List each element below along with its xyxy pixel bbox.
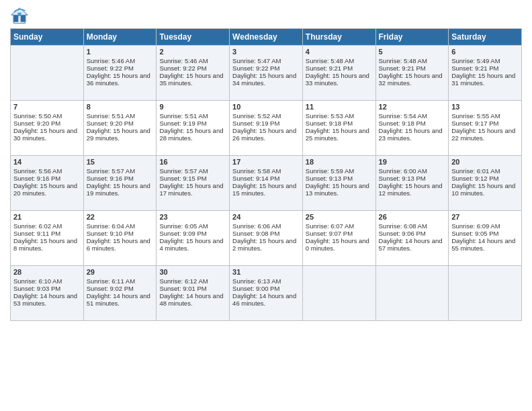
calendar: SundayMondayTuesdayWednesdayThursdayFrid… (10, 28, 522, 321)
calendar-cell: 1 Sunrise: 5:46 AM Sunset: 9:22 PM Dayli… (83, 46, 157, 101)
calendar-day-header: Sunday (11, 29, 84, 46)
sunrise-label: Sunrise: 6:07 AM (306, 222, 354, 230)
sunrise-label: Sunrise: 5:48 AM (379, 57, 427, 64)
day-number: 18 (306, 158, 373, 166)
calendar-cell (302, 266, 375, 321)
sunrise-label: Sunrise: 5:51 AM (159, 112, 208, 120)
day-number: 30 (159, 268, 226, 276)
day-number: 19 (379, 158, 446, 166)
sunrise-label: Sunrise: 6:00 AM (379, 167, 427, 175)
calendar-cell: 22 Sunrise: 6:04 AM Sunset: 9:10 PM Dayl… (83, 211, 157, 266)
calendar-day-header: Wednesday (230, 29, 303, 46)
daylight-label: Daylight: 14 hours and 55 minutes. (451, 237, 515, 252)
sunrise-label: Sunrise: 6:01 AM (451, 167, 500, 175)
logo (10, 7, 32, 26)
calendar-cell: 23 Sunrise: 6:05 AM Sunset: 9:09 PM Dayl… (157, 211, 230, 266)
sunset-label: Sunset: 9:09 PM (159, 230, 206, 237)
calendar-cell: 12 Sunrise: 5:54 AM Sunset: 9:18 PM Dayl… (375, 101, 449, 156)
day-number: 4 (306, 48, 373, 56)
sunset-label: Sunset: 9:18 PM (379, 120, 426, 127)
calendar-cell: 24 Sunrise: 6:06 AM Sunset: 9:08 PM Dayl… (230, 211, 303, 266)
day-number: 25 (306, 213, 373, 221)
calendar-cell: 31 Sunrise: 6:13 AM Sunset: 9:00 PM Dayl… (230, 266, 303, 321)
calendar-cell: 5 Sunrise: 5:48 AM Sunset: 9:21 PM Dayli… (375, 46, 449, 101)
day-number: 2 (159, 48, 226, 56)
daylight-label: Daylight: 15 hours and 22 minutes. (451, 127, 515, 142)
calendar-cell: 16 Sunrise: 5:57 AM Sunset: 9:15 PM Dayl… (157, 156, 230, 211)
sunrise-label: Sunrise: 6:06 AM (232, 222, 281, 230)
sunset-label: Sunset: 9:12 PM (451, 175, 498, 182)
day-number: 21 (13, 213, 81, 221)
day-number: 6 (451, 48, 519, 56)
sunset-label: Sunset: 9:20 PM (87, 120, 134, 127)
sunset-label: Sunset: 9:22 PM (159, 64, 206, 72)
sunrise-label: Sunrise: 5:51 AM (87, 112, 135, 120)
daylight-label: Daylight: 14 hours and 51 minutes. (87, 292, 150, 307)
sunset-label: Sunset: 9:16 PM (87, 175, 134, 182)
day-number: 29 (87, 268, 154, 276)
daylight-label: Daylight: 15 hours and 2 minutes. (232, 237, 296, 252)
calendar-cell: 6 Sunrise: 5:49 AM Sunset: 9:21 PM Dayli… (449, 46, 522, 101)
page: SundayMondayTuesdayWednesdayThursdayFrid… (0, 0, 532, 411)
sunset-label: Sunset: 9:03 PM (13, 285, 60, 292)
sunset-label: Sunset: 9:11 PM (13, 230, 60, 237)
calendar-cell: 21 Sunrise: 6:02 AM Sunset: 9:11 PM Dayl… (11, 211, 84, 266)
sunrise-label: Sunrise: 6:04 AM (87, 222, 135, 230)
day-number: 12 (379, 103, 446, 111)
daylight-label: Daylight: 15 hours and 34 minutes. (232, 72, 296, 87)
day-number: 7 (13, 103, 81, 111)
calendar-header-row: SundayMondayTuesdayWednesdayThursdayFrid… (11, 29, 522, 46)
calendar-cell: 27 Sunrise: 6:09 AM Sunset: 9:05 PM Dayl… (449, 211, 522, 266)
calendar-day-header: Thursday (302, 29, 375, 46)
daylight-label: Daylight: 15 hours and 0 minutes. (306, 237, 369, 252)
sunrise-label: Sunrise: 5:58 AM (232, 167, 281, 175)
daylight-label: Daylight: 15 hours and 4 minutes. (159, 237, 223, 252)
calendar-cell: 8 Sunrise: 5:51 AM Sunset: 9:20 PM Dayli… (83, 101, 157, 156)
sunset-label: Sunset: 9:20 PM (13, 120, 60, 127)
calendar-cell: 11 Sunrise: 5:53 AM Sunset: 9:18 PM Dayl… (302, 101, 375, 156)
sunrise-label: Sunrise: 5:46 AM (159, 57, 208, 64)
daylight-label: Daylight: 14 hours and 57 minutes. (379, 237, 443, 252)
sunset-label: Sunset: 9:15 PM (159, 175, 206, 182)
day-number: 27 (451, 213, 519, 221)
sunset-label: Sunset: 9:08 PM (232, 230, 279, 237)
daylight-label: Daylight: 15 hours and 31 minutes. (451, 72, 515, 87)
calendar-cell: 20 Sunrise: 6:01 AM Sunset: 9:12 PM Dayl… (449, 156, 522, 211)
daylight-label: Daylight: 15 hours and 13 minutes. (306, 182, 369, 197)
day-number: 26 (379, 213, 446, 221)
calendar-cell: 14 Sunrise: 5:56 AM Sunset: 9:16 PM Dayl… (11, 156, 84, 211)
calendar-cell: 7 Sunrise: 5:50 AM Sunset: 9:20 PM Dayli… (11, 101, 84, 156)
sunset-label: Sunset: 9:19 PM (232, 120, 279, 127)
calendar-week-row: 14 Sunrise: 5:56 AM Sunset: 9:16 PM Dayl… (11, 156, 522, 211)
sunrise-label: Sunrise: 6:11 AM (87, 277, 135, 285)
sunset-label: Sunset: 9:01 PM (159, 285, 206, 292)
sunrise-label: Sunrise: 5:49 AM (451, 57, 500, 64)
calendar-week-row: 21 Sunrise: 6:02 AM Sunset: 9:11 PM Dayl… (11, 211, 522, 266)
sunrise-label: Sunrise: 5:59 AM (306, 167, 354, 175)
calendar-cell: 18 Sunrise: 5:59 AM Sunset: 9:13 PM Dayl… (302, 156, 375, 211)
daylight-label: Daylight: 15 hours and 25 minutes. (306, 127, 369, 142)
sunrise-label: Sunrise: 6:05 AM (159, 222, 208, 230)
sunrise-label: Sunrise: 6:13 AM (232, 277, 281, 285)
sunset-label: Sunset: 9:21 PM (379, 64, 426, 72)
daylight-label: Daylight: 15 hours and 28 minutes. (159, 127, 223, 142)
sunrise-label: Sunrise: 5:50 AM (13, 112, 62, 120)
day-number: 11 (306, 103, 373, 111)
sunrise-label: Sunrise: 5:53 AM (306, 112, 354, 120)
calendar-day-header: Saturday (449, 29, 522, 46)
day-number: 9 (159, 103, 226, 111)
day-number: 8 (87, 103, 154, 111)
day-number: 14 (13, 158, 81, 166)
day-number: 1 (87, 48, 154, 56)
calendar-week-row: 7 Sunrise: 5:50 AM Sunset: 9:20 PM Dayli… (11, 101, 522, 156)
day-number: 28 (13, 268, 81, 276)
calendar-cell: 3 Sunrise: 5:47 AM Sunset: 9:22 PM Dayli… (230, 46, 303, 101)
sunset-label: Sunset: 9:16 PM (13, 175, 60, 182)
svg-rect-3 (13, 15, 18, 22)
sunset-label: Sunset: 9:22 PM (87, 64, 134, 72)
calendar-cell (11, 46, 84, 101)
calendar-cell: 17 Sunrise: 5:58 AM Sunset: 9:14 PM Dayl… (230, 156, 303, 211)
calendar-cell: 26 Sunrise: 6:08 AM Sunset: 9:06 PM Dayl… (375, 211, 449, 266)
sunset-label: Sunset: 9:21 PM (306, 64, 353, 72)
sunset-label: Sunset: 9:17 PM (451, 120, 498, 127)
